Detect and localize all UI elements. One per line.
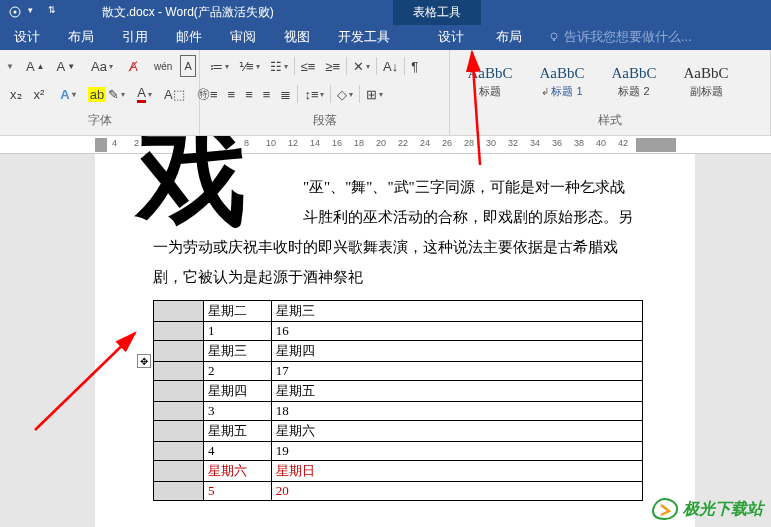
tab-layout[interactable]: 布局 — [54, 24, 108, 50]
table-cell[interactable]: 17 — [271, 362, 642, 381]
paragraph-line[interactable]: 剧，它被认为是起源于酒神祭祀 — [153, 262, 637, 292]
paragraph-group: ≔▾ ⅟≡▾ ☷▾ ≤≡ ≥≡ ✕▾ A↓ ¶ ≡ ≡ ≡ ≡ ≣ ↕≡▾ — [200, 50, 450, 135]
subscript-button[interactable]: x₂ — [6, 83, 26, 105]
tab-table-design[interactable]: 设计 — [422, 24, 480, 50]
align-center-button[interactable]: ≡ — [224, 83, 240, 105]
table-cell[interactable]: 19 — [271, 442, 642, 461]
table-cell[interactable]: 5 — [203, 482, 271, 501]
grow-font-button[interactable]: A▲ — [22, 55, 49, 77]
table-move-handle[interactable]: ✥ — [137, 354, 151, 368]
table-cell[interactable] — [154, 322, 204, 341]
document-table[interactable]: 星期二星期三116星期三星期四217星期四星期五318星期五星期六419星期六星… — [153, 300, 643, 501]
char-shading-button[interactable]: A⬚ — [160, 83, 189, 105]
table-row[interactable]: 217 — [154, 362, 643, 381]
shrink-font-button[interactable]: A▼ — [53, 55, 80, 77]
align-distribute-button[interactable]: ≣ — [276, 83, 295, 105]
table-cell[interactable]: 16 — [271, 322, 642, 341]
table-cell[interactable]: 星期六 — [271, 421, 642, 442]
table-cell[interactable]: 4 — [203, 442, 271, 461]
table-row[interactable]: 116 — [154, 322, 643, 341]
tab-mailings[interactable]: 邮件 — [162, 24, 216, 50]
svg-point-1 — [14, 11, 17, 14]
table-cell[interactable]: 星期三 — [271, 301, 642, 322]
align-left-button[interactable]: ≡ — [206, 83, 222, 105]
table-cell[interactable] — [154, 442, 204, 461]
table-row[interactable]: 318 — [154, 402, 643, 421]
table-row[interactable]: 星期五星期六 — [154, 421, 643, 442]
decrease-indent-button[interactable]: ≤≡ — [297, 55, 320, 77]
table-cell[interactable]: 3 — [203, 402, 271, 421]
watermark-logo: 极光下载站 — [651, 497, 763, 521]
watermark-text: 极光下载站 — [683, 499, 763, 520]
table-cell[interactable]: 星期日 — [271, 461, 642, 482]
tab-view[interactable]: 视图 — [270, 24, 324, 50]
numbering-button[interactable]: ⅟≡▾ — [235, 55, 264, 77]
align-justify-button[interactable]: ≡ — [259, 83, 275, 105]
table-cell[interactable] — [154, 362, 204, 381]
style-heading2[interactable]: AaBbC 标题 2 — [600, 56, 668, 108]
table-cell[interactable]: 18 — [271, 402, 642, 421]
change-case-button[interactable]: Aa▾ — [87, 55, 117, 77]
table-row[interactable]: 星期二星期三 — [154, 301, 643, 322]
tab-review[interactable]: 审阅 — [216, 24, 270, 50]
table-cell[interactable]: 星期五 — [271, 381, 642, 402]
ribbon: ▼ A▲ A▼ Aa▾ A̸ wén A x₂ x² A▾ ab✎▾ A▾ A⬚ — [0, 50, 771, 136]
line-spacing-button[interactable]: ↕≡▾ — [300, 83, 328, 105]
table-cell[interactable]: 星期四 — [271, 341, 642, 362]
table-cell[interactable]: 星期四 — [203, 381, 271, 402]
text-direction-button[interactable]: ✕▾ — [349, 55, 374, 77]
highlight-button[interactable]: ab✎▾ — [84, 83, 129, 105]
phonetic-guide-button[interactable]: wén — [150, 55, 176, 77]
font-color-button[interactable]: A▾ — [133, 83, 156, 105]
superscript-button[interactable]: x² — [30, 83, 49, 105]
table-cell[interactable] — [154, 482, 204, 501]
style-title[interactable]: AaBbC 标题 — [456, 56, 524, 108]
touch-mode-icon[interactable] — [8, 5, 22, 19]
qat-dropdown-icon[interactable]: ▾ — [28, 5, 42, 19]
tab-design[interactable]: 设计 — [0, 24, 54, 50]
sort-button[interactable]: A↓ — [379, 55, 402, 77]
tell-me-placeholder: 告诉我您想要做什么... — [564, 28, 692, 46]
table-cell[interactable]: 星期三 — [203, 341, 271, 362]
horizontal-ruler[interactable]: 4 2 2 4 6 8 10 12 14 16 18 20 22 24 26 2… — [0, 136, 771, 154]
align-right-button[interactable]: ≡ — [241, 83, 257, 105]
multilevel-button[interactable]: ☷▾ — [266, 55, 292, 77]
table-row[interactable]: 星期六星期日 — [154, 461, 643, 482]
tell-me-search[interactable]: 告诉我您想要做什么... — [548, 28, 692, 46]
tab-developer[interactable]: 开发工具 — [324, 24, 404, 50]
clear-format-button[interactable]: A̸ — [125, 55, 142, 77]
styles-group-label: 样式 — [456, 112, 764, 131]
table-cell[interactable]: 20 — [271, 482, 642, 501]
table-cell[interactable]: 星期六 — [203, 461, 271, 482]
style-heading1[interactable]: AaBbC ↲标题 1 — [528, 56, 596, 108]
drop-cap-char[interactable]: 戏 — [137, 136, 247, 251]
table-row[interactable]: 520 — [154, 482, 643, 501]
bulb-icon — [548, 31, 560, 43]
shading-button[interactable]: ◇▾ — [333, 83, 357, 105]
font-dropdown-icon[interactable]: ▼ — [6, 62, 14, 71]
table-cell[interactable] — [154, 381, 204, 402]
qat-more-icon[interactable]: ⇅ — [48, 5, 62, 19]
document-page[interactable]: 戏 "巫"、"舞"、"武"三字同源，可能是对一种乞求战 斗胜利的巫术活动的合称，… — [95, 154, 695, 527]
table-row[interactable]: 星期三星期四 — [154, 341, 643, 362]
table-cell[interactable] — [154, 301, 204, 322]
table-cell[interactable] — [154, 402, 204, 421]
style-subtitle[interactable]: AaBbC 副标题 — [672, 56, 740, 108]
bullets-button[interactable]: ≔▾ — [206, 55, 233, 77]
char-border-button[interactable]: A — [180, 55, 195, 77]
table-cell[interactable]: 1 — [203, 322, 271, 341]
table-cell[interactable]: 星期二 — [203, 301, 271, 322]
borders-button[interactable]: ⊞▾ — [362, 83, 387, 105]
table-cell[interactable]: 2 — [203, 362, 271, 381]
table-cell[interactable] — [154, 461, 204, 482]
table-cell[interactable]: 星期五 — [203, 421, 271, 442]
increase-indent-button[interactable]: ≥≡ — [321, 55, 344, 77]
table-cell[interactable] — [154, 341, 204, 362]
show-marks-button[interactable]: ¶ — [407, 55, 422, 77]
table-cell[interactable] — [154, 421, 204, 442]
tab-references[interactable]: 引用 — [108, 24, 162, 50]
tab-table-layout[interactable]: 布局 — [480, 24, 538, 50]
table-row[interactable]: 星期四星期五 — [154, 381, 643, 402]
text-effects-button[interactable]: A▾ — [56, 83, 79, 105]
table-row[interactable]: 419 — [154, 442, 643, 461]
